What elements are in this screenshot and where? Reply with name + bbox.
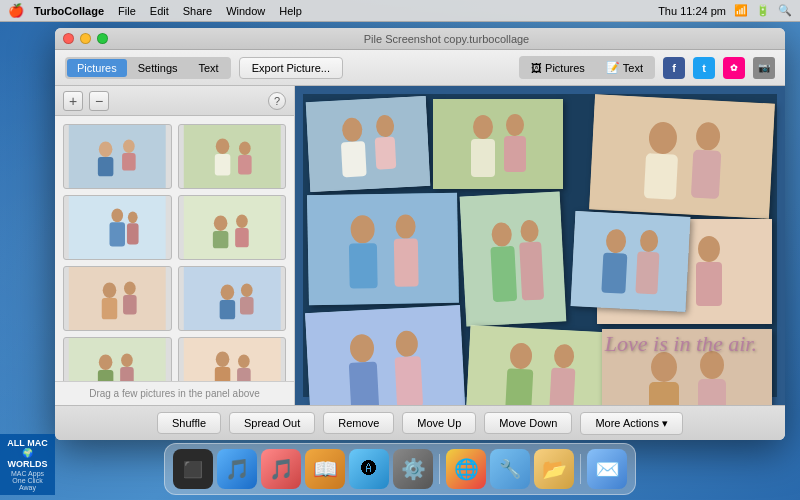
svg-rect-80	[549, 368, 575, 405]
svg-rect-40	[306, 96, 431, 192]
close-button[interactable]	[63, 33, 74, 44]
collage-photo-5[interactable]	[460, 191, 567, 326]
apple-menu[interactable]: 🍎	[8, 3, 24, 18]
list-item[interactable]	[178, 124, 287, 189]
flickr-icon[interactable]: ✿	[723, 57, 745, 79]
content-area: + − ?	[55, 86, 785, 405]
menubar-share[interactable]: Share	[183, 5, 212, 17]
collage-photo-7[interactable]	[305, 305, 466, 405]
svg-rect-58	[349, 243, 378, 288]
collage-svg-3	[589, 94, 775, 218]
move-down-button[interactable]: Move Down	[484, 412, 572, 434]
list-item[interactable]	[178, 195, 287, 260]
move-up-button[interactable]: Move Up	[402, 412, 476, 434]
dock-mail[interactable]: ✉️	[587, 449, 627, 489]
dock-finder[interactable]: 🎵	[217, 449, 257, 489]
canvas-tab-text[interactable]: 📝 Text	[596, 58, 653, 77]
dock-itunes[interactable]: 🎵	[261, 449, 301, 489]
list-item[interactable]	[63, 266, 172, 331]
dock-ibooks[interactable]: 📖	[305, 449, 345, 489]
collage-container: Love is in the air.	[303, 94, 777, 397]
window-title: Pile Screenshot copy.turbocollage	[116, 33, 777, 45]
menubar: 🍎 TurboCollage File Edit Share Window He…	[0, 0, 800, 22]
svg-rect-71	[305, 305, 466, 405]
menubar-window[interactable]: Window	[226, 5, 265, 17]
svg-rect-2	[98, 157, 114, 176]
amw-logo-text: ALL MAC🌍 WORLDS	[4, 438, 51, 470]
dock-finder2[interactable]: 🔧	[490, 449, 530, 489]
camera-icon[interactable]: 📷	[753, 57, 775, 79]
dock-sysprefs[interactable]: ⚙️	[393, 449, 433, 489]
list-item[interactable]	[178, 266, 287, 331]
svg-rect-20	[69, 267, 166, 330]
svg-rect-48	[471, 139, 495, 177]
collage-photo-8[interactable]	[466, 325, 616, 405]
collage-photo-4[interactable]	[307, 193, 459, 306]
dock-chrome[interactable]: 🌐	[446, 449, 486, 489]
canvas-tab-group: 🖼 Pictures 📝 Text	[519, 56, 655, 79]
twitter-icon[interactable]: t	[693, 57, 715, 79]
menubar-file[interactable]: File	[118, 5, 136, 17]
list-item[interactable]	[63, 124, 172, 189]
help-button[interactable]: ?	[268, 92, 286, 110]
menubar-edit[interactable]: Edit	[150, 5, 169, 17]
svg-rect-65	[519, 242, 544, 301]
svg-rect-30	[69, 338, 166, 381]
canvas-area[interactable]: Love is in the air.	[295, 86, 785, 405]
shuffle-button[interactable]: Shuffle	[157, 412, 221, 434]
list-item[interactable]	[63, 337, 172, 381]
dock-terminal[interactable]: ⬛	[173, 449, 213, 489]
canvas-tab-pictures[interactable]: 🖼 Pictures	[521, 58, 595, 77]
svg-point-6	[215, 139, 229, 155]
collage-svg-10	[571, 211, 691, 312]
collage-svg-9	[602, 329, 772, 405]
minimize-button[interactable]	[80, 33, 91, 44]
search-icon[interactable]: 🔍	[778, 4, 792, 17]
svg-point-26	[220, 284, 234, 300]
svg-point-13	[128, 212, 138, 224]
menubar-help[interactable]: Help	[279, 5, 302, 17]
svg-rect-15	[183, 196, 280, 259]
facebook-icon[interactable]: f	[663, 57, 685, 79]
svg-rect-70	[696, 262, 722, 306]
tab-pictures[interactable]: Pictures	[67, 59, 127, 77]
remove-photo-button[interactable]: −	[89, 91, 109, 111]
thumb-svg-2	[179, 125, 286, 188]
svg-rect-37	[214, 367, 230, 381]
svg-point-31	[99, 354, 113, 370]
list-item[interactable]	[63, 195, 172, 260]
menubar-time: Thu 11:24 pm	[658, 5, 726, 17]
collage-svg-8	[466, 325, 616, 405]
thumb-svg-8	[179, 338, 286, 381]
text-icon: 📝	[606, 61, 620, 74]
svg-rect-39	[237, 368, 251, 381]
amw-banner: ALL MAC🌍 WORLDS MAC Apps One Click Away	[0, 434, 55, 495]
export-button[interactable]: Export Picture...	[239, 57, 343, 79]
spread-out-button[interactable]: Spread Out	[229, 412, 315, 434]
collage-photo-10[interactable]	[571, 211, 691, 312]
tab-settings[interactable]: Settings	[128, 59, 188, 77]
remove-button[interactable]: Remove	[323, 412, 394, 434]
add-photo-button[interactable]: +	[63, 91, 83, 111]
dock-appstore[interactable]: 🅐	[349, 449, 389, 489]
collage-svg-2	[433, 99, 563, 189]
svg-rect-27	[219, 300, 235, 319]
collage-photo-2[interactable]	[433, 99, 563, 189]
svg-point-16	[213, 215, 227, 231]
dock-files[interactable]: 📂	[534, 449, 574, 489]
collage-photo-1[interactable]	[306, 96, 431, 192]
collage-photo-3[interactable]	[589, 94, 775, 218]
action-bar: Shuffle Spread Out Remove Move Up Move D…	[55, 405, 785, 440]
collage-photo-9[interactable]	[602, 329, 772, 405]
list-item[interactable]	[178, 337, 287, 381]
svg-point-11	[111, 209, 123, 223]
menubar-app-name[interactable]: TurboCollage	[34, 5, 104, 17]
dock-separator	[439, 454, 440, 484]
svg-rect-60	[394, 238, 419, 286]
svg-rect-22	[102, 298, 118, 319]
svg-rect-19	[235, 228, 249, 247]
tab-text[interactable]: Text	[189, 59, 229, 77]
maximize-button[interactable]	[97, 33, 108, 44]
svg-point-8	[239, 141, 251, 155]
more-actions-button[interactable]: More Actions ▾	[580, 412, 683, 435]
